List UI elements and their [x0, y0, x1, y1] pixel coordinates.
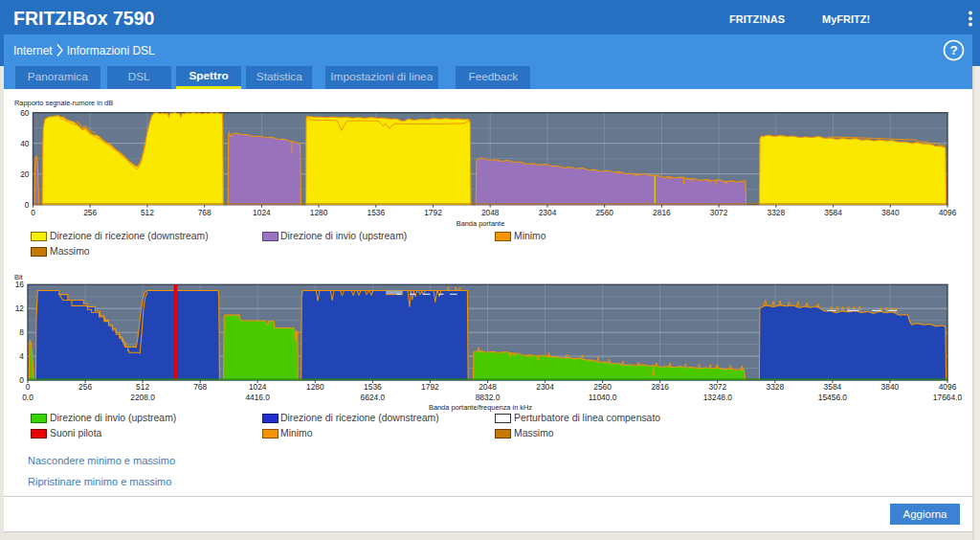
svg-text:4: 4	[19, 351, 24, 361]
svg-text:3072: 3072	[710, 208, 728, 217]
svg-text:12: 12	[15, 304, 25, 313]
svg-text:8832.0: 8832.0	[476, 393, 501, 402]
svg-text:2048: 2048	[479, 382, 497, 392]
svg-text:Banda portante/frequenza in kH: Banda portante/frequenza in kHz	[429, 403, 532, 412]
svg-text:11040.0: 11040.0	[589, 393, 617, 402]
svg-text:2208.0: 2208.0	[130, 393, 155, 402]
svg-text:2816: 2816	[651, 382, 669, 392]
svg-text:16: 16	[15, 280, 25, 289]
svg-text:1024: 1024	[253, 208, 271, 217]
svg-text:13248.0: 13248.0	[703, 393, 733, 402]
svg-text:2560: 2560	[593, 382, 612, 392]
svg-text:768: 768	[198, 208, 212, 217]
svg-text:1536: 1536	[364, 382, 382, 392]
svg-text:256: 256	[83, 208, 97, 217]
svg-text:0: 0	[19, 375, 24, 385]
svg-text:1280: 1280	[310, 208, 328, 217]
svg-text:20: 20	[20, 169, 30, 179]
svg-text:1536: 1536	[367, 208, 385, 217]
svg-text:40: 40	[20, 139, 30, 148]
svg-text:3840: 3840	[881, 382, 900, 392]
svg-text:Bit: Bit	[14, 273, 23, 281]
svg-text:0: 0	[26, 382, 31, 392]
svg-text:17664.0: 17664.0	[933, 393, 963, 402]
svg-text:3328: 3328	[767, 208, 785, 217]
svg-text:768: 768	[193, 382, 207, 392]
svg-text:1024: 1024	[249, 382, 267, 392]
svg-text:8: 8	[19, 327, 24, 337]
svg-text:2304: 2304	[536, 382, 554, 392]
svg-text:3072: 3072	[708, 382, 726, 392]
svg-text:1280: 1280	[306, 382, 324, 392]
svg-text:256: 256	[78, 382, 92, 392]
svg-text:6624.0: 6624.0	[361, 393, 386, 402]
svg-text:3840: 3840	[881, 208, 900, 217]
svg-text:0.0: 0.0	[22, 393, 33, 402]
svg-text:4096: 4096	[939, 208, 957, 217]
svg-text:2304: 2304	[539, 208, 557, 217]
svg-text:0: 0	[31, 208, 35, 217]
svg-text:3328: 3328	[766, 382, 784, 392]
svg-text:4096: 4096	[939, 382, 957, 392]
svg-text:60: 60	[20, 108, 30, 118]
svg-text:2816: 2816	[653, 208, 671, 217]
svg-text:Banda portante: Banda portante	[457, 219, 505, 228]
svg-text:512: 512	[136, 382, 149, 392]
svg-text:15456.0: 15456.0	[818, 393, 848, 402]
svg-text:4416.0: 4416.0	[245, 393, 270, 402]
svg-text:Rapporto segnale-rumore in dB: Rapporto segnale-rumore in dB	[14, 99, 113, 107]
svg-text:2560: 2560	[595, 208, 613, 217]
svg-text:3584: 3584	[824, 382, 842, 392]
svg-text:1792: 1792	[421, 382, 439, 392]
svg-text:512: 512	[141, 208, 154, 217]
svg-text:3584: 3584	[824, 208, 842, 217]
svg-text:?: ?	[949, 43, 957, 57]
svg-text:0: 0	[25, 200, 30, 210]
svg-text:2048: 2048	[481, 208, 500, 217]
svg-text:1792: 1792	[424, 208, 442, 217]
